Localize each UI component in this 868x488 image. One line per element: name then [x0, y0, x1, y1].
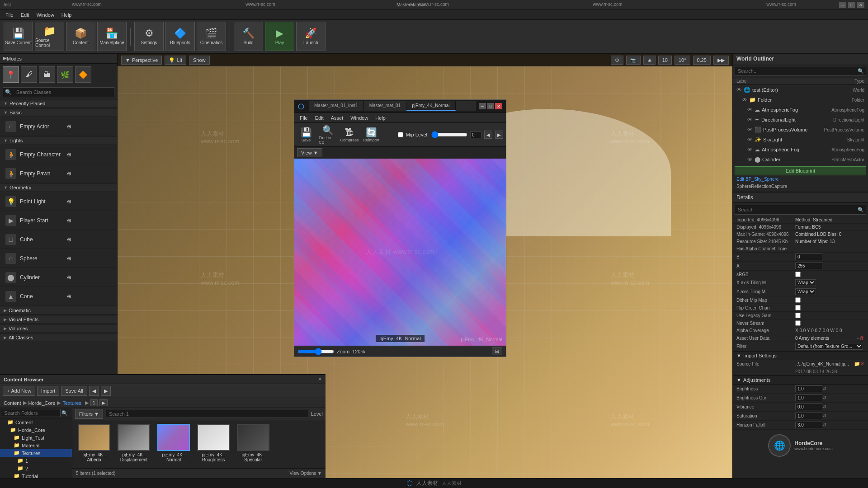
camera-button[interactable]: 📷	[626, 56, 641, 65]
menu-file[interactable]: File	[2, 11, 17, 19]
cb-save-all-btn[interactable]: Save All	[61, 386, 87, 396]
cinematic-heading[interactable]: ▶ Cinematic	[0, 306, 117, 315]
show-button[interactable]: Show	[189, 56, 210, 65]
actor-point-light[interactable]: 💡 Point Light ⊕	[0, 192, 117, 211]
te-menu-asset[interactable]: Asset	[327, 114, 347, 122]
lights-heading[interactable]: ▼ Lights	[0, 136, 117, 145]
actor-empty-pawn[interactable]: 🧍 Empty Pawn ⊕	[0, 164, 117, 183]
a-input[interactable]	[795, 263, 822, 269]
folder-1[interactable]: 📁 1	[0, 457, 72, 465]
save-current-button[interactable]: 💾 Save Current	[4, 22, 33, 51]
cb-path-horde[interactable]: Horde_Core	[28, 400, 56, 406]
te-mip-slider[interactable]	[431, 131, 467, 138]
maximize-button[interactable]: □	[848, 2, 855, 8]
outliner-search-input[interactable]	[735, 67, 856, 75]
te-tab-1[interactable]: Master_mat_01_Inst1	[309, 101, 364, 111]
te-mip-checkbox[interactable]	[398, 132, 403, 137]
cb-page-next-btn[interactable]: ▶	[99, 399, 108, 406]
flip-green-checkbox[interactable]	[795, 305, 801, 310]
minimize-button[interactable]: ─	[839, 2, 846, 8]
outliner-cylinder[interactable]: 👁 ⬤ Cylinder StaticMeshActor	[733, 155, 868, 164]
vibrance-input[interactable]	[795, 404, 822, 410]
filter-select[interactable]: Default (from Texture Gro...	[795, 343, 863, 350]
close-button[interactable]: ✕	[857, 2, 864, 8]
menu-help[interactable]: Help	[58, 11, 75, 19]
folder-textures[interactable]: 📁 Textures	[0, 449, 72, 457]
srgb-checkbox[interactable]	[795, 272, 801, 277]
recently-placed-heading[interactable]: ▼ Recently Placed	[0, 99, 117, 108]
asset-specular[interactable]: pjEmy_4K_Specular	[235, 424, 271, 465]
build-button[interactable]: 🔨 Build	[234, 22, 263, 51]
horizon-falloff-reset[interactable]: ↺	[822, 422, 826, 428]
te-maximize-btn[interactable]: □	[487, 103, 494, 109]
te-mip-input[interactable]	[470, 131, 481, 138]
marketplace-button[interactable]: 🏪 Marketplace	[97, 22, 127, 51]
cb-close-icon[interactable]: ✕	[318, 376, 322, 382]
te-menu-file[interactable]: File	[296, 114, 311, 122]
geometry-heading[interactable]: ▼ Geometry	[0, 183, 117, 192]
actor-cube[interactable]: □ Cube ⊕	[0, 230, 117, 249]
te-canvas[interactable]: 人人素材 www.rr-sc.com pjEmy_4K_Normal pjEmy…	[294, 159, 506, 346]
never-stream-checkbox[interactable]	[795, 320, 801, 326]
folder-light-test[interactable]: 📁 Light_Test	[0, 434, 72, 441]
snap-grid-btn[interactable]: ⊞	[643, 56, 656, 65]
b-input[interactable]	[795, 253, 822, 260]
te-menu-window[interactable]: Window	[347, 114, 372, 122]
brightness-input[interactable]	[795, 385, 822, 392]
folder-horde-core[interactable]: 📁 Horde_Core	[0, 426, 72, 434]
asset-roughness[interactable]: pjEmy_4K_Roughness	[195, 424, 231, 465]
y-tiling-select[interactable]: Wrap	[795, 288, 816, 295]
cb-back-btn[interactable]: ◀	[89, 386, 99, 396]
x-tiling-select[interactable]: Wrap	[795, 279, 816, 286]
import-settings-section[interactable]: ▼ Import Settings	[733, 351, 868, 360]
edit-bp-button[interactable]: Edit Blueprint	[735, 166, 866, 175]
grid-options-button[interactable]: ⚙	[611, 56, 623, 65]
cb-path-textures[interactable]: Textures	[62, 400, 81, 406]
paint-mode-btn[interactable]: 🖌	[21, 66, 37, 83]
basic-heading[interactable]: ▼ Basic	[0, 108, 117, 117]
horizon-falloff-input[interactable]	[795, 422, 822, 428]
brightness-reset[interactable]: ↺	[822, 386, 826, 392]
te-mip-minus-btn[interactable]: ◀	[484, 131, 492, 139]
menu-edit[interactable]: Edit	[17, 11, 33, 19]
edit-bp-sky[interactable]: Edit BP_Sky_Sphere	[735, 175, 866, 183]
content-button[interactable]: 📦 Content	[66, 22, 95, 51]
te-tab-2[interactable]: Master_mat_01	[364, 101, 406, 111]
te-compress-btn[interactable]: 🗜 Compress	[340, 127, 359, 142]
scale-btn[interactable]: 0.25	[693, 56, 711, 65]
visual-effects-heading[interactable]: ▶ Visual Effects	[0, 315, 117, 324]
asset-albedo[interactable]: pjEmy_4K_Albedo	[76, 424, 112, 465]
source-clear-btn[interactable]: ✕	[860, 361, 864, 367]
saturation-reset[interactable]: ↺	[822, 413, 826, 419]
outliner-item-folder[interactable]: 👁 📁 Folder Folder	[733, 95, 868, 105]
cb-forward-btn[interactable]: ▶	[101, 386, 111, 396]
search-classes-input[interactable]	[14, 89, 114, 96]
lit-button[interactable]: 💡 Lit	[165, 56, 186, 65]
te-find-cb-btn[interactable]: 🔍 Find in CB	[319, 125, 337, 145]
te-close-btn[interactable]: ✕	[495, 103, 502, 109]
cb-import-btn[interactable]: Import	[37, 386, 59, 396]
mesh-mode-btn[interactable]: 🔶	[75, 66, 91, 83]
vibrance-reset[interactable]: ↺	[822, 404, 826, 410]
cb-folder-search-input[interactable]	[2, 409, 61, 417]
te-tab-3[interactable]: pjEmy_4K_Normal	[406, 101, 455, 111]
actor-sphere[interactable]: ○ Sphere ⊕	[0, 249, 117, 268]
outliner-atm-fog-2[interactable]: 👁 ☁ Atmospheric Fog AtmosphericFog	[733, 145, 868, 155]
te-menu-edit[interactable]: Edit	[311, 114, 327, 122]
grid-size-btn[interactable]: 10	[658, 56, 672, 65]
te-zoom-slider[interactable]	[298, 348, 334, 355]
foliage-mode-btn[interactable]: 🌿	[57, 66, 73, 83]
cb-add-new-btn[interactable]: + Add New	[3, 386, 35, 396]
te-save-btn[interactable]: 💾 Save	[297, 127, 315, 142]
source-control-button[interactable]: 📁 Source Control	[35, 22, 64, 51]
clear-array-btn[interactable]: 🗑	[859, 335, 864, 341]
saturation-input[interactable]	[795, 413, 822, 419]
te-zoom-fit-btn[interactable]: ⊞	[492, 347, 502, 355]
settings-button[interactable]: ⚙ Settings	[134, 22, 164, 51]
outliner-postprocess[interactable]: 👁 ⬛ PostProcessVolume PostProcessVolume	[733, 125, 868, 135]
outliner-item-test[interactable]: 👁 🌐 test (Editor) World	[733, 85, 868, 95]
actor-cylinder[interactable]: ⬤ Cylinder ⊕	[0, 268, 117, 287]
details-search-input[interactable]	[735, 206, 856, 213]
te-reimport-btn[interactable]: 🔄 Reimport	[362, 127, 380, 142]
legacy-gamma-checkbox[interactable]	[795, 313, 801, 318]
